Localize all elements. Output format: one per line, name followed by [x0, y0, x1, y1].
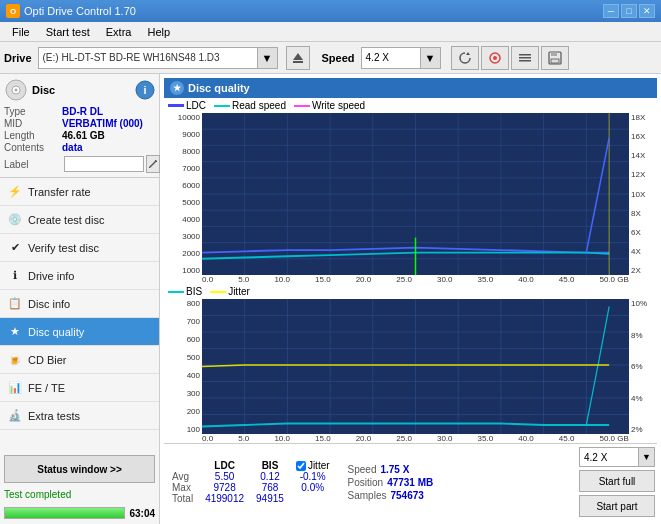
nav-verify-test-disc[interactable]: ✔ Verify test disc	[0, 234, 159, 262]
refresh-button[interactable]	[451, 46, 479, 70]
disc-info-icon: i	[135, 80, 155, 100]
nav-extra-tests[interactable]: 🔬 Extra tests	[0, 402, 159, 430]
transfer-rate-icon: ⚡	[8, 185, 22, 199]
drive-select[interactable]: (E:) HL-DT-ST BD-RE WH16NS48 1.D3	[38, 47, 258, 69]
lower-chart-svg	[202, 299, 629, 434]
read-speed-color	[214, 105, 230, 107]
lower-x-labels: 0.05.010.015.020.025.030.035.040.045.050…	[202, 434, 629, 443]
type-label: Type	[4, 106, 62, 117]
menu-start-test[interactable]: Start test	[38, 24, 98, 40]
nav-create-test-disc[interactable]: 💿 Create test disc	[0, 206, 159, 234]
main-content: Disc i Type BD-R DL MID VERBATIMf (000) …	[0, 74, 661, 524]
jitter-col-header: Jitter	[308, 460, 330, 471]
legend-jitter: Jitter	[210, 286, 250, 297]
read-speed-label: Read speed	[232, 100, 286, 111]
label-input[interactable]	[64, 156, 144, 172]
burn-button[interactable]	[481, 46, 509, 70]
menu-file[interactable]: File	[4, 24, 38, 40]
bottom-status-text: Test completed	[0, 487, 159, 502]
disc-mid-row: MID VERBATIMf (000)	[4, 118, 155, 129]
speed-select[interactable]: 4.2 X	[361, 47, 421, 69]
disc-length-row: Length 46.61 GB	[4, 130, 155, 141]
create-test-disc-icon: 💿	[8, 213, 22, 227]
menu-extra[interactable]: Extra	[98, 24, 140, 40]
jitter-max: 0.0%	[290, 482, 336, 493]
chart-area: ★ Disc quality LDC Read speed Write spee…	[160, 74, 661, 524]
svg-rect-7	[519, 60, 531, 62]
drive-info-icon: ℹ	[8, 269, 22, 283]
drive-bar: Drive (E:) HL-DT-ST BD-RE WH16NS48 1.D3 …	[0, 42, 661, 74]
speed-selector[interactable]: 4.2 X	[579, 447, 639, 467]
title-bar: O Opti Drive Control 1.70 ─ □ ✕	[0, 0, 661, 22]
nav-fe-te-label: FE / TE	[28, 382, 65, 394]
chart-icon: ★	[170, 81, 184, 95]
speed-select-arrow[interactable]: ▼	[421, 47, 441, 69]
sidebar-progress-bar: 63:04	[4, 504, 155, 522]
status-window-button[interactable]: Status window >>	[4, 455, 155, 483]
nav-disc-info[interactable]: 📋 Disc info	[0, 290, 159, 318]
chart-title-bar: ★ Disc quality	[164, 78, 657, 98]
svg-rect-9	[551, 52, 557, 56]
disc-type-row: Type BD-R DL	[4, 106, 155, 117]
disc-label-row: Label	[4, 155, 155, 173]
nav-drive-info[interactable]: ℹ Drive info	[0, 262, 159, 290]
samples-row: Samples 754673	[348, 490, 434, 501]
lower-y-labels: 800700600500400300200100	[164, 299, 202, 434]
position-value: 47731 MB	[387, 477, 433, 488]
contents-label: Contents	[4, 142, 62, 153]
minimize-button[interactable]: ─	[603, 4, 619, 18]
lower-y-right-labels: 10%8%6%4%2%	[629, 299, 657, 434]
maximize-button[interactable]: □	[621, 4, 637, 18]
nav-drive-info-label: Drive info	[28, 270, 74, 282]
bis-color	[168, 291, 184, 293]
disc-info-icon: 📋	[8, 297, 22, 311]
avg-row-label: Avg	[166, 471, 199, 482]
bis-avg: 0.12	[250, 471, 290, 482]
nav-transfer-rate[interactable]: ⚡ Transfer rate	[0, 178, 159, 206]
close-button[interactable]: ✕	[639, 4, 655, 18]
drive-label: Drive	[4, 52, 32, 64]
save-button[interactable]	[541, 46, 569, 70]
nav-cd-bier[interactable]: 🍺 CD Bier	[0, 346, 159, 374]
bis-label: BIS	[186, 286, 202, 297]
nav-cd-bier-label: CD Bier	[28, 354, 67, 366]
svg-rect-10	[551, 59, 559, 63]
svg-point-13	[15, 89, 18, 92]
upper-legend: LDC Read speed Write speed	[164, 98, 657, 113]
svg-rect-1	[293, 61, 303, 63]
start-part-button[interactable]: Start part	[579, 495, 655, 517]
jitter-label: Jitter	[228, 286, 250, 297]
max-row-label: Max	[166, 482, 199, 493]
speed-stat-value: 1.75 X	[380, 464, 409, 475]
nav-extra-tests-label: Extra tests	[28, 410, 80, 422]
svg-marker-0	[293, 53, 303, 60]
mid-value: VERBATIMf (000)	[62, 118, 143, 129]
ldc-label: LDC	[186, 100, 206, 111]
settings-button[interactable]	[511, 46, 539, 70]
ldc-avg: 5.50	[199, 471, 250, 482]
bis-max: 768	[250, 482, 290, 493]
svg-text:i: i	[143, 84, 146, 96]
ldc-total: 4199012	[199, 493, 250, 504]
speed-label: Speed	[322, 52, 355, 64]
disc-panel: Disc i Type BD-R DL MID VERBATIMf (000) …	[0, 74, 159, 178]
stats-table: LDC BIS Jitter Avg 5.50 0.12 -0.1%	[166, 460, 336, 504]
drive-select-arrow[interactable]: ▼	[258, 47, 278, 69]
mid-label: MID	[4, 118, 62, 129]
nav-disc-quality[interactable]: ★ Disc quality	[0, 318, 159, 346]
start-full-button[interactable]: Start full	[579, 470, 655, 492]
menu-help[interactable]: Help	[139, 24, 178, 40]
score-value: 63:04	[129, 508, 155, 519]
nav-create-test-disc-label: Create test disc	[28, 214, 104, 226]
extra-tests-icon: 🔬	[8, 409, 22, 423]
verify-test-disc-icon: ✔	[8, 241, 22, 255]
eject-button[interactable]	[286, 46, 310, 70]
nav-fe-te[interactable]: 📊 FE / TE	[0, 374, 159, 402]
upper-y-right-labels: 18X16X14X12X10X8X6X4X2X	[629, 113, 657, 275]
jitter-checkbox[interactable]	[296, 461, 306, 471]
legend-bis: BIS	[168, 286, 202, 297]
total-row-label: Total	[166, 493, 199, 504]
speed-selector-arrow[interactable]: ▼	[639, 447, 655, 467]
position-label: Position	[348, 477, 384, 488]
label-edit-button[interactable]	[146, 155, 160, 173]
